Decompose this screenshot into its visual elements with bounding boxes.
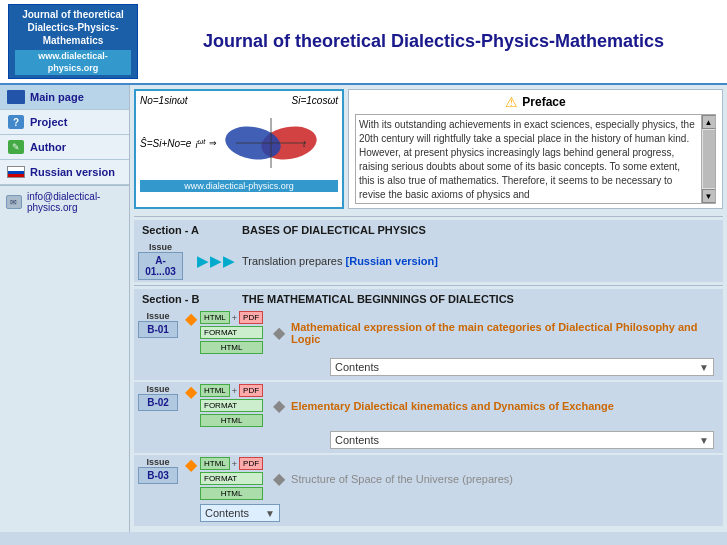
header-logo[interactable]: Journal of theoretical Dialectics-Physic… (8, 4, 138, 79)
flag-ru-icon (6, 164, 26, 180)
issue-b01-label: Issue (146, 311, 169, 321)
sidebar: Main page ? Project ✎ Author Russian ver… (0, 85, 130, 532)
sidebar-item-russian[interactable]: Russian version (0, 160, 129, 185)
warning-icon: ⚠ (505, 94, 518, 110)
b02-badge: B-02 (138, 394, 178, 411)
issue-b03-label: Issue (146, 457, 169, 467)
section-a-header: Section - A BASES OF DIALECTICAL PHYSICS (134, 220, 723, 240)
html-bottom-btn-b01[interactable]: HTML (200, 341, 263, 354)
format-stack-b01: HTML + PDF FORMAT HTML (200, 311, 263, 354)
section-b-header: Section - B THE MATHEMATICAL BEGINNINGS … (134, 289, 723, 309)
nav-label-russian: Russian version (30, 166, 115, 178)
issue-a-badge: A-01...03 (138, 252, 183, 280)
b02-article-link[interactable]: Elementary Dialectical kinematics and Dy… (291, 400, 614, 412)
page-title: Journal of theoretical Dialectics-Physic… (138, 31, 719, 52)
arrow-2: ▶ (210, 253, 221, 269)
diagram-box: No=1sinωt Si=1cosωt Ŝ=Si+No=e iωt ⇒ (134, 89, 344, 209)
section-a-label: Section - A (142, 224, 222, 236)
sidebar-item-author[interactable]: ✎ Author (0, 135, 129, 160)
book-icon (6, 89, 26, 105)
b03-badge: B-03 (138, 467, 178, 484)
issue-b02-label: Issue (146, 384, 169, 394)
preface-box: ⚠ Preface With its outstanding achieveme… (348, 89, 723, 209)
bullet-b02-2: ◆ (273, 398, 285, 414)
b-02-row: Issue B-02 ◆ HTML + PDF FORMAT HTM (134, 382, 723, 453)
email-icon: ✉ (6, 195, 22, 209)
format-inline-b03-top: HTML + PDF (200, 457, 263, 470)
contents-arrow-b02: ▼ (699, 435, 709, 446)
sidebar-item-project[interactable]: ? Project (0, 110, 129, 135)
issue-a-label: Issue (149, 242, 172, 252)
preface-text: With its outstanding achievements in exa… (359, 118, 696, 202)
pdf-btn-b02[interactable]: PDF (239, 384, 263, 397)
contents-bar-b01[interactable]: Contents ▼ (330, 358, 714, 376)
bullet-b03-2: ◆ (273, 471, 285, 487)
html-btn-b02[interactable]: HTML (200, 384, 230, 397)
nav-label-author: Author (30, 141, 66, 153)
email-link[interactable]: info@dialectical-physics.org (27, 191, 123, 213)
plus-b02: + (232, 386, 237, 396)
format-stack-b03: HTML + PDF FORMAT HTML (200, 457, 263, 500)
html-btn-b03[interactable]: HTML (200, 457, 230, 470)
sidebar-item-main-page[interactable]: Main page (0, 85, 129, 110)
question-icon: ? (6, 114, 26, 130)
bullet-b03: ◆ (185, 457, 197, 473)
contents-bar-b02[interactable]: Contents ▼ (330, 431, 714, 449)
email-bar: ✉ info@dialectical-physics.org (0, 185, 129, 218)
pencil-icon: ✎ (6, 139, 26, 155)
preface-scroll[interactable]: With its outstanding achievements in exa… (355, 114, 716, 204)
contents-arrow-b03: ▼ (265, 508, 275, 519)
contents-arrow-b01: ▼ (699, 362, 709, 373)
bullet-b02: ◆ (185, 384, 197, 400)
pdf-btn-b03[interactable]: PDF (239, 457, 263, 470)
divider-a (134, 216, 723, 217)
plus-b03: + (232, 459, 237, 469)
preface-header: ⚠ Preface (355, 94, 716, 110)
arrow-3: ▶ (223, 253, 234, 269)
b03-article-title: Structure of Space of the Universe (prep… (291, 473, 513, 485)
b-01-item: Issue B-01 ◆ HTML + PDF FORMAT HTM (134, 309, 723, 380)
header: Journal of theoretical Dialectics-Physic… (0, 0, 727, 85)
b-03-item: Issue B-03 ◆ HTML + PDF FORMAT HTM (134, 455, 723, 526)
html-bottom-btn-b02[interactable]: HTML (200, 414, 263, 427)
logo-url-link[interactable]: www.dialectical-physics.org (15, 50, 131, 75)
section-b-label: Section - B (142, 293, 222, 305)
b-01-row: Issue B-01 ◆ HTML + PDF FORMAT HTM (134, 309, 723, 380)
format-stack-b02: HTML + PDF FORMAT HTML (200, 384, 263, 427)
b-02-item: Issue B-02 ◆ HTML + PDF FORMAT HTM (134, 382, 723, 453)
formula-implies: ⇒ (209, 138, 217, 148)
bullet-b01-2: ◆ (273, 325, 285, 341)
divider-b (134, 285, 723, 286)
scroll-down-button[interactable]: ▼ (702, 189, 716, 203)
butterfly-diagram: t (221, 108, 321, 178)
section-b-title: THE MATHEMATICAL BEGINNINGS OF DIALECTIC… (242, 293, 514, 305)
contents-label-b02: Contents (335, 434, 699, 446)
contents-bar-b03[interactable]: Contents ▼ (200, 504, 280, 522)
formula-s: Ŝ=Si+No=e (140, 138, 191, 149)
arrow-1: ▶ (197, 253, 208, 269)
russian-version-link[interactable]: [Russian version] (346, 255, 438, 267)
translation-text: Translation prepares [Russian version] (242, 255, 438, 267)
scroll-thumb[interactable] (703, 130, 715, 188)
formula-no: No=1sinωt (140, 95, 188, 106)
main-layout: Main page ? Project ✎ Author Russian ver… (0, 85, 727, 532)
pdf-btn-b01[interactable]: PDF (239, 311, 263, 324)
format-inline-b01-top: HTML + PDF (200, 311, 263, 324)
issue-a-row: Issue A-01...03 ▶ ▶ ▶ Translation prepar… (134, 240, 723, 282)
preface-title: Preface (522, 95, 565, 109)
format-label-b03: FORMAT (200, 472, 263, 485)
bullet-b01: ◆ (185, 311, 197, 327)
nav-label-main: Main page (30, 91, 84, 103)
logo-line2: Dialectics-Physics-Mathematics (27, 22, 118, 46)
html-bottom-btn-b03[interactable]: HTML (200, 487, 263, 500)
preface-scrollbar[interactable]: ▲ ▼ (701, 115, 715, 203)
top-row: No=1sinωt Si=1cosωt Ŝ=Si+No=e iωt ⇒ (134, 89, 723, 209)
html-btn-b01[interactable]: HTML (200, 311, 230, 324)
section-a-title: BASES OF DIALECTICAL PHYSICS (242, 224, 426, 236)
scroll-up-button[interactable]: ▲ (702, 115, 716, 129)
nav-label-project: Project (30, 116, 67, 128)
arrow-group: ▶ ▶ ▶ (197, 253, 234, 269)
formula-exponent: iωt (195, 137, 205, 150)
formula-si: Si=1cosωt (292, 95, 338, 106)
b01-article-link[interactable]: Mathematical expression of the main cate… (291, 321, 719, 345)
